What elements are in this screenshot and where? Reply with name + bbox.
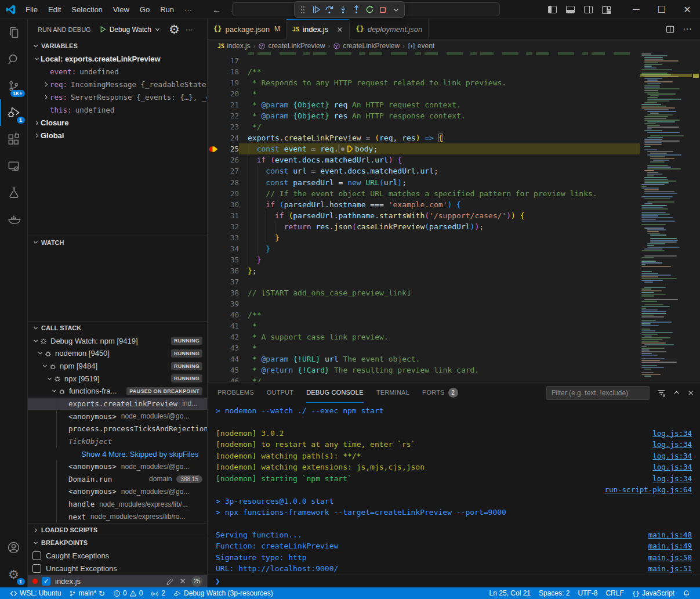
window-minimize-button[interactable]: ─	[623, 0, 649, 19]
twisty-icon[interactable]	[50, 388, 58, 394]
section-watch[interactable]: WATCH	[28, 236, 207, 249]
breakpoint-gutter[interactable]	[208, 188, 218, 199]
code-line-27[interactable]: 27 const url = event.docs.matchedUrl.url…	[208, 165, 640, 176]
activity-bar-item-source-control[interactable]: 1K+	[0, 73, 28, 99]
nav-back-icon[interactable]: ←	[212, 5, 221, 15]
twisty-icon[interactable]	[36, 350, 44, 356]
variable-row[interactable]: res:ServerResponse {_events: {…}, _e…	[28, 91, 207, 103]
source-link[interactable]: log.js:34	[652, 450, 692, 462]
chevron-down-icon[interactable]	[390, 3, 402, 16]
activity-bar-item-settings[interactable]: ⚙1	[0, 561, 28, 587]
line-number[interactable]: 17	[218, 55, 239, 66]
line-number[interactable]: 24	[218, 132, 239, 143]
source-link[interactable]: log.js:34	[652, 439, 692, 450]
menu-item-run[interactable]: Run	[155, 5, 179, 14]
breakpoint-gutter[interactable]	[208, 320, 218, 331]
breadcrumb-item-createLinkPreview[interactable]: createLinkPreview	[333, 42, 400, 50]
breakpoint-row[interactable]: ✓index.js25	[28, 575, 207, 587]
status-item-debug-session[interactable]: Debug Watch (3p-resources)	[169, 587, 277, 599]
line-number[interactable]: 33	[218, 232, 239, 243]
breakpoint-gutter[interactable]	[208, 77, 218, 88]
line-number[interactable]: 25	[218, 143, 239, 154]
status-item-git-branch[interactable]: main*↻	[65, 587, 109, 599]
breakpoint-checkbox[interactable]: ✓	[42, 577, 50, 586]
code-line-31[interactable]: 31 if (parsedUrl.pathname.startsWith('/s…	[208, 210, 640, 221]
breakpoint-checkbox[interactable]	[32, 551, 41, 560]
source-link[interactable]: log.js:34	[652, 461, 692, 473]
activity-bar-item-run-and-debug[interactable]: 1	[0, 99, 28, 126]
editor-scrollbar[interactable]	[692, 52, 700, 382]
variable-row[interactable]: Local: exports.createLinkPreview	[28, 52, 207, 65]
close-tab-icon[interactable]	[336, 26, 343, 33]
call-stack-frame[interactable]: <anonymous>node_modules/@go...	[28, 460, 207, 473]
line-number[interactable]: 26	[218, 154, 239, 165]
line-number[interactable]: 38	[218, 287, 239, 298]
remove-breakpoint-icon[interactable]	[179, 578, 186, 584]
twisty-icon[interactable]	[31, 338, 39, 344]
line-number[interactable]: 37	[218, 276, 239, 287]
tab-index-js[interactable]: JSindex.js	[286, 19, 350, 39]
line-number[interactable]: 36	[218, 265, 239, 276]
code-line-44[interactable]: 44 * @param {!URL} url The event object.	[208, 353, 640, 365]
gripper-icon[interactable]	[297, 3, 309, 16]
activity-bar-item-remote-explorer[interactable]	[0, 153, 28, 179]
source-link[interactable]: log.js:34	[652, 428, 692, 439]
status-item-forwarded-ports[interactable]: 2	[147, 587, 169, 599]
status-item-notifications-bell[interactable]	[679, 587, 694, 599]
call-stack-frame[interactable]: exports.createLinkPreviewind...	[28, 398, 207, 410]
line-number[interactable]: 22	[218, 110, 239, 121]
line-number[interactable]: 18	[218, 66, 239, 77]
line-number[interactable]: 43	[218, 342, 239, 353]
activity-bar-item-docker[interactable]	[0, 206, 28, 233]
breadcrumb-item-createLinkPreview[interactable]: createLinkPreview	[258, 42, 325, 50]
code-line-34[interactable]: 34 }	[208, 243, 640, 254]
line-number[interactable]: 31	[218, 210, 239, 221]
customize-layout-icon[interactable]	[602, 6, 611, 13]
breadcrumb-item-event[interactable]: event	[408, 42, 434, 50]
variable-row[interactable]: this:undefined	[28, 103, 207, 116]
line-number[interactable]: 32	[218, 221, 239, 232]
status-item-cursor-position[interactable]: Ln 25, Col 21	[485, 587, 535, 599]
line-number[interactable]: 19	[218, 77, 239, 88]
call-stack-frame[interactable]: Domain.rundomain388:15	[28, 472, 207, 485]
status-item-remote-indicator[interactable]: WSL: Ubuntu	[6, 587, 65, 599]
panel-tab-debug-console[interactable]: DEBUG CONSOLE	[306, 383, 364, 403]
menu-item-file[interactable]: File	[20, 5, 43, 14]
breakpoint-gutter[interactable]	[208, 154, 218, 165]
section-breakpoints[interactable]: BREAKPOINTS	[28, 536, 207, 549]
breakpoint-gutter[interactable]	[208, 276, 218, 287]
close-panel-icon[interactable]	[687, 389, 694, 396]
views-more-actions-icon[interactable]: ···	[186, 25, 193, 34]
maximize-panel-icon[interactable]	[673, 389, 680, 396]
restart-icon[interactable]	[364, 3, 375, 16]
breakpoint-gutter[interactable]	[208, 265, 218, 276]
section-loaded-scripts[interactable]: LOADED SCRIPTS	[28, 524, 207, 536]
breakpoint-gutter[interactable]	[208, 376, 218, 382]
continue-icon[interactable]	[310, 3, 322, 16]
breakpoint-gutter[interactable]	[208, 365, 218, 376]
code-line-20[interactable]: 20 *	[208, 88, 640, 99]
breakpoint-gutter[interactable]	[208, 55, 218, 66]
code-line-46[interactable]: 46 */	[208, 376, 640, 382]
activity-bar-item-explorer[interactable]	[0, 19, 28, 46]
breakpoint-row[interactable]: Caught Exceptions	[28, 549, 207, 562]
tab-deployment-json[interactable]: {}deployment.json	[350, 19, 429, 39]
menu-item-go[interactable]: Go	[135, 5, 155, 14]
activity-bar-item-extensions[interactable]	[0, 126, 28, 153]
toggle-secondary-sidebar-icon[interactable]	[584, 6, 593, 13]
panel-tab-ports[interactable]: PORTS2	[422, 383, 458, 403]
line-number[interactable]: 30	[218, 199, 239, 210]
line-number[interactable]: 46	[218, 376, 239, 382]
code-line-36[interactable]: 36};	[208, 265, 640, 276]
code-line-41[interactable]: 41 *	[208, 320, 640, 331]
code-line-42[interactable]: 42 * A support case link preview.	[208, 331, 640, 342]
call-stack-frame[interactable]: <anonymous>node_modules/@go...	[28, 485, 207, 498]
breakpoint-gutter[interactable]	[208, 88, 218, 99]
variable-row[interactable]: req:IncomingMessage {_readableState:…	[28, 78, 207, 91]
window-close-button[interactable]: ✕	[674, 0, 700, 19]
source-link[interactable]: main.js:50	[648, 552, 692, 564]
console-filter-input[interactable]	[546, 386, 650, 400]
breakpoint-gutter[interactable]	[208, 165, 218, 176]
code-line-37[interactable]: 37	[208, 276, 640, 287]
breakpoint-gutter[interactable]	[208, 287, 218, 298]
